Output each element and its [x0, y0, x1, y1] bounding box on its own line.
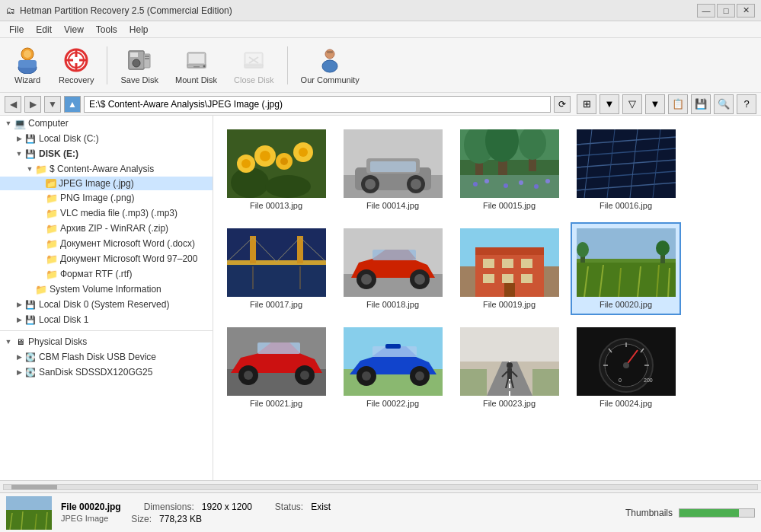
search-button[interactable]: 🔍	[714, 94, 734, 114]
status-size: Size: 778,23 KB	[131, 514, 202, 524]
menu-view[interactable]: View	[58, 23, 90, 36]
tree-item-local-1[interactable]: ▶ 💾 Local Disk 1	[0, 312, 213, 327]
file-item-00015[interactable]: File 00015.jpg	[454, 123, 564, 216]
save-log-button[interactable]: 💾	[691, 94, 711, 114]
status-dimensions: Dimensions: 1920 x 1200	[144, 502, 252, 512]
app-icon: 🗂	[6, 5, 15, 16]
tree-label-physical-disks: Physical Disks	[28, 336, 87, 347]
address-input[interactable]	[84, 96, 551, 113]
tree-label-zip: Архив ZIP - WinRAR (.zip)	[60, 223, 168, 234]
mount-disk-button[interactable]: Mount Disk	[168, 43, 224, 88]
filter-button[interactable]: ▽	[622, 94, 642, 114]
svg-rect-23	[246, 54, 261, 63]
forward-button[interactable]: ▶	[24, 96, 41, 113]
svg-rect-100	[521, 259, 532, 268]
svg-point-38	[280, 158, 288, 165]
maximize-button[interactable]: □	[717, 4, 735, 18]
svg-rect-18	[189, 54, 204, 63]
file-item-00019[interactable]: File 00019.jpg	[454, 222, 564, 315]
community-button[interactable]: Our Community	[294, 43, 366, 88]
svg-point-48	[411, 179, 421, 190]
refresh-button[interactable]: ⟳	[554, 96, 571, 113]
svg-point-40	[299, 148, 308, 157]
file-item-00016[interactable]: File 00016.jpg	[571, 123, 681, 216]
svg-rect-16	[145, 58, 149, 59]
wizard-button[interactable]: Wizard	[6, 43, 49, 88]
dropdown-button[interactable]: ▼	[44, 96, 61, 113]
tree-arrow-sandisk: ▶	[14, 368, 24, 376]
svg-point-34	[241, 159, 251, 168]
tree-item-zip[interactable]: 📁 Архив ZIP - WinRAR (.zip)	[0, 221, 213, 236]
h-scroll-track[interactable]	[3, 484, 758, 490]
close-disk-button[interactable]: Close Disk	[227, 43, 281, 88]
file-item-00024[interactable]: 0 200 File 00024.jpg	[571, 321, 681, 414]
svg-point-93	[414, 274, 425, 285]
tree-item-word-97[interactable]: 📁 Документ Microsoft Word 97–200	[0, 251, 213, 266]
file-item-00021[interactable]: File 00021.jpg	[221, 321, 331, 414]
menu-help[interactable]: Help	[123, 23, 155, 36]
horizontal-scrollbar[interactable]	[0, 480, 761, 492]
tree-item-word-docx[interactable]: 📁 Документ Microsoft Word (.docx)	[0, 236, 213, 251]
menu-tools[interactable]: Tools	[90, 23, 123, 36]
tree-item-local-0[interactable]: ▶ 💾 Local Disk 0 (System Reserved)	[0, 297, 213, 312]
tree-panel: ▼ 💻 Computer ▶ 💾 Local Disk (C:) ▼ 💾 DIS…	[0, 116, 213, 480]
disk-e-icon: 💾	[24, 148, 37, 160]
tree-item-jpeg[interactable]: 📁 JPEG Image (.jpg)	[0, 177, 213, 190]
view-dropdown-button[interactable]: ▼	[600, 94, 619, 114]
thumbnails-label: Thumbnails	[625, 508, 673, 518]
h-scroll-thumb[interactable]	[11, 485, 57, 489]
thumb-00015	[460, 129, 559, 198]
minimize-button[interactable]: —	[697, 4, 715, 18]
tree-item-computer[interactable]: ▼ 💻 Computer	[0, 116, 213, 131]
tree-item-sysvolinfo[interactable]: 📁 System Volume Information	[0, 282, 213, 297]
svg-point-119	[656, 241, 670, 256]
tree-item-content-aware[interactable]: ▼ 📁 $ Content-Aware Analysis	[0, 161, 213, 177]
status-status-value: Exist	[311, 502, 331, 512]
status-filename: File 00020.jpg	[61, 502, 121, 512]
wizard-icon	[14, 46, 41, 74]
word-97-icon: 📁	[46, 253, 58, 265]
view-thumbnails-button[interactable]: ⊞	[577, 94, 596, 114]
svg-rect-160	[6, 496, 52, 510]
close-button[interactable]: ✕	[737, 4, 755, 18]
tree-item-vlc[interactable]: 📁 VLC media file (.mp3) (.mp3)	[0, 205, 213, 221]
tree-item-disk-e[interactable]: ▼ 💾 DISK (E:)	[0, 146, 213, 161]
toolbar: Wizard Recovery	[0, 38, 761, 93]
back-button[interactable]: ◀	[5, 96, 21, 113]
tree-arrow-local-1: ▶	[14, 316, 24, 323]
up-button[interactable]: ▲	[64, 96, 81, 113]
close-disk-icon	[240, 46, 267, 74]
file-item-00013[interactable]: File 00013.jpg	[221, 123, 331, 216]
file-item-00020[interactable]: File 00020.jpg	[571, 222, 681, 315]
menu-edit[interactable]: Edit	[30, 23, 58, 36]
svg-rect-109	[577, 263, 676, 297]
save-disk-button[interactable]: Save Disk	[114, 43, 165, 88]
file-item-00018[interactable]: File 00018.jpg	[337, 222, 448, 315]
tree-label-local-c: Local Disk (C:)	[39, 133, 99, 144]
tree-item-cbm[interactable]: ▶ 💽 CBM Flash Disk USB Device	[0, 349, 213, 365]
tree-label-rtf: Формат RTF (.rtf)	[60, 269, 132, 279]
file-item-00017[interactable]: File 00017.jpg	[221, 222, 331, 315]
tree-item-png[interactable]: 📁 PNG Image (.png)	[0, 190, 213, 205]
tree-item-rtf[interactable]: 📁 Формат RTF (.rtf)	[0, 266, 213, 282]
tree-label-cbm: CBM Flash Disk USB Device	[39, 352, 156, 362]
log-button[interactable]: 📋	[668, 94, 688, 114]
vlc-folder-icon: 📁	[46, 207, 58, 219]
file-item-00014[interactable]: File 00014.jpg	[337, 123, 448, 216]
tree-item-sandisk[interactable]: ▶ 💽 SanDisk SDSSDX120GG25	[0, 365, 213, 380]
svg-rect-104	[504, 283, 515, 297]
tree-arrow-cbm: ▶	[14, 353, 24, 361]
help-button[interactable]: ?	[737, 94, 756, 114]
tree-item-local-c[interactable]: ▶ 💾 Local Disk (C:)	[0, 131, 213, 146]
menu-file[interactable]: File	[3, 23, 30, 36]
jpeg-folder-icon: 📁	[46, 179, 56, 188]
recovery-button[interactable]: Recovery	[52, 43, 101, 88]
filter-dropdown-button[interactable]: ▼	[645, 94, 665, 114]
file-item-00022[interactable]: File 00022.jpg	[337, 321, 448, 414]
file-item-00023[interactable]: File 00023.jpg	[454, 321, 564, 414]
file-name-00016: File 00016.jpg	[600, 201, 652, 210]
sandisk-icon: 💽	[24, 366, 37, 378]
svg-rect-3	[18, 60, 37, 68]
status-status-label: Status:	[275, 502, 303, 512]
tree-item-physical-disks[interactable]: ▼ 🖥 Physical Disks	[0, 334, 213, 349]
